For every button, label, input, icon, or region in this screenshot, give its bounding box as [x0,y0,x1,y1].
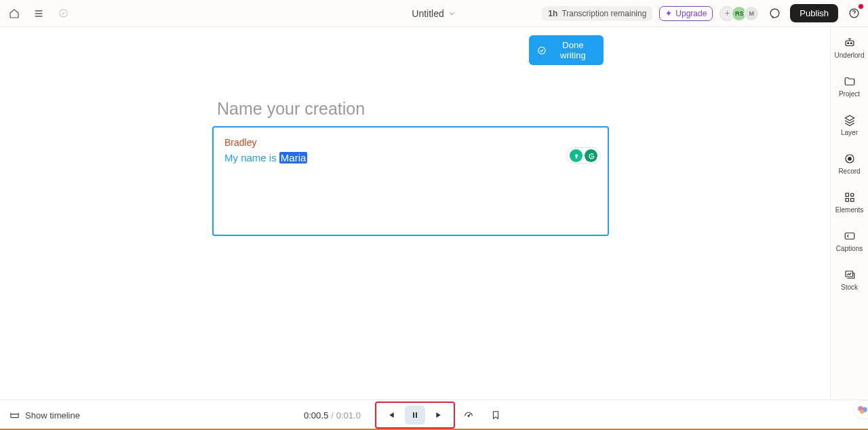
rail-label: Record [838,168,860,175]
record-icon [844,153,856,165]
time-total: 0:01.0 [336,410,361,421]
transcript-highlighted-word: Maria [279,152,308,163]
rail-label: Stock [841,284,858,291]
svg-rect-3 [846,41,854,46]
bookmark-button[interactable] [487,406,505,424]
avatar-group: RS M [719,6,759,21]
timeline-icon [9,410,20,421]
publish-label: Publish [800,8,829,18]
rail-item-elements[interactable]: Elements [831,182,869,220]
avatar-user-2[interactable]: M [744,6,759,21]
transcription-hours: 1h [548,9,557,18]
copilot-icon [856,404,868,416]
done-writing-label: Done writing [551,40,595,60]
bookmark-icon [491,410,500,421]
chevron-down-icon [448,9,456,18]
plus-icon [724,9,731,17]
layer-icon [844,114,856,126]
transcript-line[interactable]: My name is Maria [224,152,597,163]
grammarly-badge-b [585,149,597,162]
speed-button[interactable] [460,406,477,424]
pause-icon [411,411,419,419]
elements-icon [844,191,856,203]
svg-point-1 [770,9,779,18]
svg-rect-12 [845,233,854,239]
rail-item-project[interactable]: Project [831,66,869,104]
rail-item-layer[interactable]: Layer [831,104,869,143]
time-display: 0:00.5 / 0:01.0 [304,410,361,421]
chat-icon [769,7,781,19]
creation-title-input[interactable]: Name your creation [217,99,365,119]
svg-point-7 [848,157,851,161]
stock-icon [844,269,856,281]
comments-button[interactable] [766,5,783,22]
copilot-fab[interactable] [853,400,868,419]
svg-point-4 [847,43,848,44]
speed-icon [463,410,474,421]
show-timeline-label: Show timeline [25,410,80,421]
skip-forward-button[interactable] [429,406,450,425]
svg-rect-10 [846,199,849,202]
show-timeline-toggle[interactable]: Show timeline [9,410,80,421]
time-separator: / [331,410,334,421]
svg-rect-17 [416,412,417,418]
svg-point-18 [468,415,469,416]
rail-label: Layer [841,129,858,136]
help-wrap [845,5,863,22]
time-current: 0:00.5 [304,410,328,421]
rail-label: Captions [836,245,863,252]
arrow-up-icon [573,153,580,159]
speaker-label[interactable]: Bradley [224,137,597,148]
rail-item-captions[interactable]: Captions [831,220,869,259]
document-title: Untitled [412,8,443,19]
topbar: Untitled 1h Transcription remaining Upgr… [0,0,868,27]
rail-item-record[interactable]: Record [831,143,869,182]
pause-button[interactable] [405,406,425,425]
svg-rect-16 [413,412,414,418]
post-playback-controls [460,406,505,424]
publish-button[interactable]: Publish [790,4,838,22]
home-button[interactable] [5,5,23,22]
skip-back-icon [386,410,395,420]
title-area[interactable]: Untitled [412,8,456,19]
transcription-label: Transcription remaining [561,9,646,18]
underlord-icon [843,37,856,49]
home-icon [9,8,20,19]
rail-item-stock[interactable]: Stock [831,259,869,298]
transcript-editor[interactable]: Bradley My name is Maria [212,126,609,236]
transcript-text: My name is [224,152,279,163]
skip-forward-icon [435,410,444,420]
done-writing-button[interactable]: Done writing [529,35,604,65]
rail-label: Underlord [835,52,865,59]
rail-label: Project [839,90,860,98]
rail-label: Elements [835,206,864,214]
topbar-left [5,5,72,22]
project-icon [844,75,856,87]
grammarly-widget[interactable] [566,147,601,164]
grammarly-g-icon [587,152,595,160]
skip-back-button[interactable] [380,406,401,425]
bolt-icon [665,9,673,17]
bottombar: Show timeline 0:00.5 / 0:01.0 [0,399,868,430]
upgrade-button[interactable]: Upgrade [659,6,713,21]
hamburger-icon [33,8,44,19]
sync-icon [58,8,68,18]
svg-rect-15 [11,414,18,417]
sync-button[interactable] [54,5,72,22]
svg-point-21 [860,410,864,414]
main-canvas: Done writing Name your creation Bradley … [0,27,830,399]
svg-rect-11 [850,199,854,202]
right-rail: Underlord Project Layer Record Elements … [830,27,868,399]
topbar-right: 1h Transcription remaining Upgrade RS M … [542,4,863,22]
rail-item-underlord[interactable]: Underlord [831,27,869,66]
upgrade-label: Upgrade [675,9,707,18]
svg-point-9 [850,193,854,197]
svg-rect-8 [846,193,849,197]
menu-button[interactable] [30,5,47,22]
grammarly-badge-a [570,149,583,162]
playback-controls [375,402,455,429]
help-icon [848,7,860,19]
transcription-remaining-pill[interactable]: 1h Transcription remaining [542,6,652,21]
check-circle-icon [537,45,547,56]
notification-dot [859,4,863,9]
